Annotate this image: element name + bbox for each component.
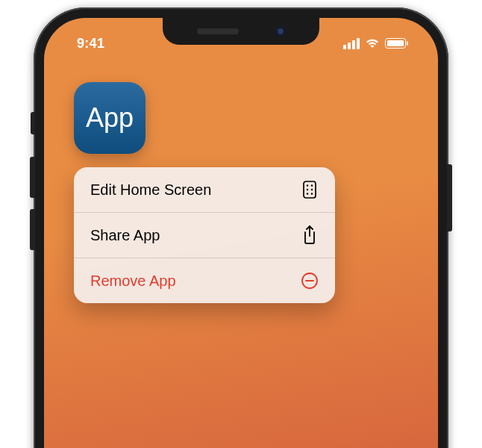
menu-item-label: Remove App (90, 273, 176, 290)
apps-icon (301, 181, 319, 199)
svg-point-6 (311, 193, 313, 194)
menu-item-remove-app[interactable]: Remove App (74, 258, 335, 303)
minus-circle-icon (301, 272, 319, 290)
share-icon (301, 226, 319, 244)
menu-item-label: Edit Home Screen (90, 181, 211, 199)
menu-item-share-app[interactable]: Share App (74, 212, 335, 258)
svg-point-4 (311, 189, 313, 190)
mute-switch[interactable] (31, 112, 35, 134)
app-icon-label: App (86, 102, 134, 134)
menu-item-label: Share App (90, 227, 160, 244)
cellular-icon (343, 38, 360, 49)
svg-rect-0 (304, 181, 316, 198)
volume-up-button[interactable] (30, 157, 35, 198)
volume-down-button[interactable] (30, 209, 35, 250)
status-indicators (343, 38, 413, 49)
status-time: 9:41 (69, 36, 104, 52)
svg-point-3 (307, 189, 308, 190)
screen: 9:41 App (44, 18, 438, 448)
power-button[interactable] (447, 164, 452, 231)
app-icon[interactable]: App (74, 82, 145, 154)
status-bar: 9:41 (44, 30, 438, 57)
battery-icon (385, 38, 408, 49)
svg-point-5 (307, 193, 308, 194)
wifi-icon (365, 38, 380, 49)
menu-item-edit-home-screen[interactable]: Edit Home Screen (74, 167, 335, 212)
svg-point-2 (311, 184, 313, 186)
context-menu: Edit Home Screen Share App (74, 167, 335, 303)
iphone-frame: 9:41 App (34, 7, 448, 448)
svg-point-1 (307, 184, 308, 186)
